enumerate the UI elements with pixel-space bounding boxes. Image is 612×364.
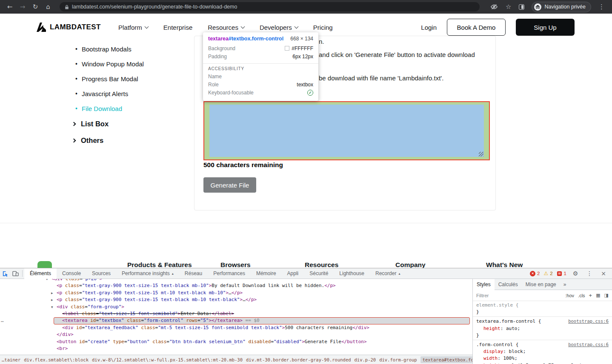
lock-icon xyxy=(65,4,69,10)
css-selector[interactable]: textarea.form-control { xyxy=(476,318,541,325)
devtools-tab-recorder[interactable]: Recorder▴ xyxy=(370,268,406,279)
devtools-tab-sécurité[interactable]: Sécurité xyxy=(304,268,334,279)
devtools-tab-sources[interactable]: Sources xyxy=(86,268,116,279)
issues-icon xyxy=(557,271,562,276)
styles-filter-input[interactable] xyxy=(476,293,561,298)
home-icon[interactable]: ⌂ xyxy=(43,3,54,11)
breadcrumb-item[interactable]: div.form-group xyxy=(379,357,417,362)
devtools-tab-performances[interactable]: Performances xyxy=(208,268,251,279)
eye-off-icon[interactable] xyxy=(490,3,498,11)
breadcrumb-item[interactable]: textarea#textbox.form-control xyxy=(420,356,472,363)
forward-icon[interactable]: → xyxy=(17,3,28,11)
dom-row-code: <br> xyxy=(57,346,68,351)
sidebar-group-others[interactable]: Others xyxy=(72,132,109,149)
styles-tab-calculés[interactable]: Calculés xyxy=(495,279,522,290)
devtools-tab-appli[interactable]: Appli xyxy=(282,268,304,279)
dom-row[interactable]: ▸<p class="text-gray-900 text-size-15 te… xyxy=(0,296,472,303)
breadcrumb-item[interactable]: div.mt-30.border.border-gray-90.rounded xyxy=(246,357,351,362)
computed-panel-toggle-icon[interactable]: ◨ xyxy=(604,293,609,298)
breadcrumb-item[interactable]: …tainer xyxy=(2,357,20,362)
issues-count[interactable]: 1 xyxy=(557,271,566,276)
css-property[interactable]: display: block; xyxy=(476,348,609,355)
dom-row[interactable]: </div> xyxy=(0,331,472,338)
back-icon[interactable]: ← xyxy=(4,3,15,11)
browser-menu-icon[interactable]: ⋮ xyxy=(598,3,605,11)
inspect-icon[interactable] xyxy=(0,268,10,279)
sidebar-item-file-download[interactable]: File Download xyxy=(82,105,144,112)
reload-icon[interactable]: ↻ xyxy=(30,3,41,11)
styles-sidebar: StylesCalculésMise en page » :hov .cls +… xyxy=(472,279,612,364)
dom-row[interactable]: <button id="create" type="button" class=… xyxy=(0,338,472,345)
nav-item-enterprise[interactable]: Enterprise xyxy=(163,24,192,31)
name-label: Name xyxy=(208,74,222,80)
sidebar-item-bootstrap-modals[interactable]: Bootstrap Modals xyxy=(82,46,144,52)
devtools-close-icon[interactable]: × xyxy=(598,268,609,279)
devtools-tab-réseau[interactable]: Réseau xyxy=(179,268,208,279)
sign-up-button[interactable]: Sign Up xyxy=(516,19,575,36)
lambdatest-logo[interactable]: LAMBDATEST xyxy=(36,14,101,41)
dom-row[interactable]: ▾<div class="form-group"> xyxy=(0,304,472,310)
nav-item-pricing[interactable]: Pricing xyxy=(313,24,333,31)
css-selector[interactable]: element.style { xyxy=(476,302,518,309)
devtools-tab-console[interactable]: Console xyxy=(57,268,86,279)
incognito-icon xyxy=(534,3,541,11)
grid-editor-icon[interactable]: ▦ xyxy=(596,293,600,298)
twisty-right-icon[interactable]: ▸ xyxy=(51,296,53,303)
stylesheet-link[interactable]: bootstrap.css:6 xyxy=(565,318,609,324)
sidebar-item-window-popup-modal[interactable]: Window Popup Modal xyxy=(82,61,144,67)
dom-row[interactable]: <div id="textarea_feedback" class="mt-5 … xyxy=(0,324,472,331)
twisty-down-icon[interactable]: ▾ xyxy=(46,279,48,282)
breadcrumb-item[interactable]: div.p-20 xyxy=(355,357,376,362)
twisty-down-icon[interactable]: ▾ xyxy=(51,304,53,310)
paragraph-fragment: and click on 'Generate File' button to a… xyxy=(319,51,475,58)
sidebar-group-label: Others xyxy=(81,136,103,145)
sidebar-item-javascript-alerts[interactable]: Javascript Alerts xyxy=(82,91,144,97)
styles-tab-styles[interactable]: Styles xyxy=(473,279,495,290)
dom-row[interactable]: ▸<p class="text-gray-900 text-size-15 mt… xyxy=(0,290,472,296)
sidebar-group-list-box[interactable]: List Box xyxy=(72,116,109,132)
settings-gear-icon[interactable]: ⚙ xyxy=(570,268,581,279)
styles-tab-mise-en-page[interactable]: Mise en page xyxy=(522,279,560,290)
console-warning-count[interactable]: ⚠2 xyxy=(543,270,552,276)
nav-item-resources[interactable]: Resources xyxy=(208,24,244,31)
stylesheet-link[interactable]: bootstrap.css:6 xyxy=(565,341,609,348)
console-error-count[interactable]: ×2 xyxy=(530,271,540,276)
dom-row[interactable]: <p class="text-gray-900 text-size-15 tex… xyxy=(0,282,472,289)
resize-grip-icon[interactable] xyxy=(479,152,483,156)
dom-row[interactable]: <br> xyxy=(0,345,472,352)
element-classes-toggle[interactable]: .cls xyxy=(578,293,585,298)
css-selector[interactable]: .form-control { xyxy=(476,341,518,348)
devtools-tab-label: Console xyxy=(62,270,81,276)
side-panel-icon[interactable] xyxy=(519,4,524,10)
new-style-rule-icon[interactable]: + xyxy=(589,292,592,299)
sidebar-item-progress-bar-modal[interactable]: Progress Bar Modal xyxy=(82,76,144,82)
dom-row[interactable]: <label class="text-size-15 font-semibold… xyxy=(0,310,472,317)
url-text[interactable]: lambdatest.com/selenium-playground/gener… xyxy=(72,4,237,10)
bookmark-star-icon[interactable]: ☆ xyxy=(506,3,511,11)
devtools-tab-performance-insights[interactable]: Performance insights▴ xyxy=(116,268,179,279)
more-tabs-icon[interactable]: » xyxy=(563,282,566,287)
breadcrumb-item[interactable]: div.w-8\/12.smtablet\:w-full.px-15.smtab… xyxy=(92,357,243,362)
inspect-highlight-content xyxy=(209,105,484,157)
dom-row[interactable]: …<textarea id="textbox" class="form-cont… xyxy=(0,317,472,324)
device-toolbar-icon[interactable] xyxy=(10,268,20,279)
css-property[interactable]: height: auto; xyxy=(476,325,609,332)
css-property[interactable]: width: 100%; xyxy=(476,355,609,362)
pseudo-state-toggle[interactable]: :hov xyxy=(565,293,574,298)
devtools-tab-lighthouse[interactable]: Lighthouse xyxy=(334,268,370,279)
devtools-tab-éléments[interactable]: Éléments xyxy=(24,268,57,279)
dom-row[interactable]: ▾<div class="p-20"> xyxy=(0,279,472,282)
devtools-tab-mémoire[interactable]: Mémoire xyxy=(251,268,282,279)
css-property[interactable]: height: calc(1.5em + 0.75rem + 2px); xyxy=(476,362,609,364)
breadcrumb-item[interactable]: div.flex.smtablet\:block xyxy=(24,357,89,362)
nav-item-platform[interactable]: Platform xyxy=(118,24,148,31)
nav-item-developers[interactable]: Developers xyxy=(260,24,298,31)
login-link[interactable]: Login xyxy=(421,24,437,31)
address-bar[interactable]: lambdatest.com/selenium-playground/gener… xyxy=(60,2,480,11)
toolbar-separator xyxy=(22,270,23,277)
generate-file-button[interactable]: Generate File xyxy=(203,177,256,193)
twisty-right-icon[interactable]: ▸ xyxy=(51,290,53,296)
devtools-menu-icon[interactable]: ⋮ xyxy=(584,268,595,279)
textbox-textarea[interactable] xyxy=(203,101,490,160)
book-a-demo-button[interactable]: Book A Demo xyxy=(447,19,506,36)
